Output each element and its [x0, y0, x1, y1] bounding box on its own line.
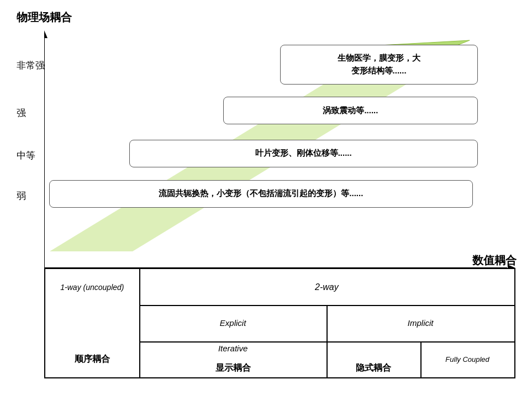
explicit-coupling-cn: 显示耦合	[215, 362, 251, 374]
y-label-weak: 弱	[17, 189, 26, 202]
implicit-text: Implicit	[408, 318, 434, 328]
y-axis-label: 物理场耦合	[17, 10, 72, 25]
svg-marker-1	[44, 30, 48, 38]
2way-text: 2-way	[315, 282, 339, 292]
sequential-cn: 顺序耦合	[75, 354, 110, 365]
box-weak: 流固共轭换热，小变形（不包括湍流引起的变形）等......	[49, 180, 473, 208]
box-medium: 叶片变形、刚体位移等......	[129, 140, 478, 167]
cell-implicit: Implicit	[326, 305, 514, 341]
implicit-coupling-cn: 隐式耦合	[356, 362, 391, 374]
cell-sequential: 顺序耦合	[45, 341, 139, 377]
cell-implicit-cn: 隐式耦合	[326, 341, 420, 377]
cell-explicit: Explicit	[139, 305, 327, 341]
1way-text: 1-way (uncoupled)	[60, 282, 124, 292]
x-axis-label: 数值耦合	[472, 253, 517, 268]
y-label-medium: 中等	[17, 149, 35, 162]
explicit-text: Explicit	[220, 318, 246, 328]
y-label-strong: 强	[17, 107, 26, 119]
bottom-table: 1-way (uncoupled) 2-way Explicit Implici…	[44, 268, 515, 378]
cell-2way: 2-way	[139, 269, 514, 305]
fully-coupled-text: Fully Coupled	[445, 355, 489, 364]
cell-1way: 1-way (uncoupled)	[45, 269, 139, 305]
cell-fully-coupled: Fully Coupled	[420, 341, 514, 377]
box-very-strong: 生物医学，膜变形，大变形结构等......	[280, 45, 478, 85]
cell-explicit-cn: Iterative 显示耦合	[139, 341, 327, 377]
box-strong: 涡致震动等......	[223, 97, 478, 124]
y-label-very-strong: 非常强	[17, 59, 45, 72]
main-container: 物理场耦合 数值耦合 非常强 强 中等 弱 生物医学，膜变形，大变形结构等...…	[0, 0, 532, 395]
table-inner: 1-way (uncoupled) 2-way Explicit Implici…	[45, 269, 514, 377]
iterative-label: Iterative	[139, 344, 327, 353]
